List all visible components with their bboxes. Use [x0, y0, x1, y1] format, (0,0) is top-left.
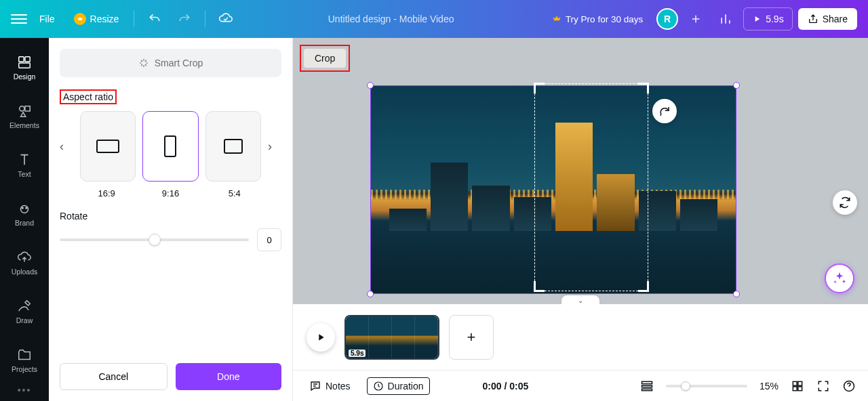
zoom-slider[interactable] — [666, 385, 747, 387]
svg-point-6 — [26, 207, 27, 209]
cancel-button[interactable]: Cancel — [60, 363, 167, 390]
rail-projects[interactable]: Projects — [0, 336, 49, 385]
timeline-play-button[interactable] — [307, 323, 335, 352]
fullscreen-icon[interactable] — [816, 379, 830, 393]
svg-rect-13 — [793, 386, 797, 390]
play-icon — [752, 14, 762, 24]
try-pro-button[interactable]: Try Pro for 30 days — [544, 9, 651, 30]
try-pro-label: Try Pro for 30 days — [566, 14, 643, 24]
resize-button[interactable]: Resize — [67, 9, 126, 29]
left-rail: Design Elements Text Brand Uploads Draw … — [0, 38, 49, 401]
ratio-16-9[interactable] — [80, 111, 136, 182]
svg-point-3 — [20, 106, 24, 111]
add-member-button[interactable] — [684, 7, 708, 31]
preview-duration: 5.9s — [766, 14, 783, 24]
rail-brand[interactable]: Brand — [0, 190, 49, 238]
aspect-ratio-options: ‹ › — [60, 111, 281, 182]
crop-context-label: Crop — [300, 45, 350, 72]
clock-icon — [373, 381, 384, 392]
sync-fab[interactable] — [833, 190, 857, 215]
uploads-icon — [17, 250, 32, 265]
draw-icon — [17, 299, 32, 314]
aspect-ratio-label: Aspect ratio — [60, 89, 117, 104]
notes-button[interactable]: Notes — [305, 377, 355, 395]
bottom-bar: Notes Duration 0:00 / 0:05 15% — [293, 370, 868, 401]
ratio-label-16-9: 16:9 — [75, 188, 138, 198]
ratio-9-16[interactable] — [142, 111, 198, 182]
sparkle-icon — [138, 58, 149, 68]
svg-rect-10 — [642, 389, 652, 391]
rail-design[interactable]: Design — [0, 43, 49, 92]
add-page-button[interactable]: + — [449, 315, 494, 360]
design-icon — [17, 55, 32, 70]
rail-more[interactable]: ••• — [18, 385, 32, 396]
timeline: 5.9s + — [293, 304, 868, 370]
text-icon — [17, 152, 32, 167]
ratio-5-4[interactable] — [205, 111, 261, 182]
magic-fab[interactable] — [825, 263, 854, 293]
notes-icon — [309, 380, 321, 392]
play-icon — [315, 332, 326, 343]
playback-time: 0:00 / 0:05 — [483, 381, 529, 392]
crown-icon — [552, 14, 561, 24]
svg-rect-14 — [798, 386, 802, 390]
sync-icon — [839, 196, 851, 209]
rail-text[interactable]: Text — [0, 141, 49, 190]
magic-sparkle-icon — [832, 271, 847, 286]
user-avatar[interactable]: R — [656, 8, 678, 30]
share-button[interactable]: Share — [798, 8, 857, 30]
smart-crop-button[interactable]: Smart Crop — [60, 49, 281, 77]
rail-draw[interactable]: Draw — [0, 287, 49, 336]
svg-rect-11 — [793, 381, 797, 385]
app-header: File Resize Untitled design - Mobile Vid… — [0, 0, 868, 38]
ratio-next[interactable]: › — [268, 140, 281, 154]
cloud-sync-icon[interactable] — [214, 7, 238, 31]
regenerate-fab[interactable] — [652, 99, 677, 123]
svg-rect-1 — [25, 57, 30, 62]
share-label: Share — [823, 14, 848, 24]
svg-rect-8 — [642, 381, 652, 383]
done-button[interactable]: Done — [176, 363, 282, 390]
clip-duration-label: 5.9s — [349, 350, 366, 357]
ratio-label-5-4: 5:4 — [203, 188, 267, 198]
svg-rect-2 — [19, 63, 31, 68]
pages-view-icon[interactable] — [640, 379, 654, 393]
resize-label: Resize — [90, 14, 119, 24]
share-icon — [808, 14, 818, 24]
elements-icon — [17, 104, 32, 119]
canvas-area[interactable]: Crop ⌄ — [293, 38, 868, 304]
rotate-value[interactable]: 0 — [257, 228, 281, 251]
timeline-clip[interactable]: 5.9s — [344, 315, 439, 360]
editor-footer: 5.9s + Notes Duration 0:00 / 0:05 15% — [293, 304, 868, 401]
projects-icon — [17, 347, 32, 362]
expand-timeline-tab[interactable]: ⌄ — [561, 295, 599, 304]
crop-frame[interactable] — [534, 83, 648, 291]
document-title[interactable]: Untitled design - Mobile Video — [243, 14, 538, 24]
ratio-label-9-16: 9:16 — [138, 188, 202, 198]
file-menu[interactable]: File — [33, 9, 62, 28]
svg-rect-0 — [19, 57, 24, 62]
rotate-slider[interactable] — [60, 233, 249, 247]
menu-icon[interactable] — [11, 14, 27, 24]
sparkle-refresh-icon — [658, 105, 671, 117]
svg-rect-4 — [25, 106, 30, 111]
zoom-value: 15% — [760, 381, 778, 392]
preview-play-button[interactable]: 5.9s — [743, 7, 792, 30]
rail-uploads[interactable]: Uploads — [0, 238, 49, 287]
rotate-label: Rotate — [60, 211, 281, 221]
rail-elements[interactable]: Elements — [0, 92, 49, 141]
analytics-button[interactable] — [713, 7, 738, 31]
ratio-prev[interactable]: ‹ — [60, 140, 73, 154]
duration-button[interactable]: Duration — [367, 377, 430, 395]
crown-icon — [74, 13, 86, 25]
smart-crop-label: Smart Crop — [155, 58, 203, 68]
grid-view-icon[interactable] — [791, 379, 804, 393]
svg-rect-9 — [642, 385, 652, 387]
redo-button[interactable] — [172, 7, 197, 31]
help-icon[interactable] — [842, 379, 856, 393]
image-on-canvas[interactable] — [370, 85, 736, 294]
crop-panel: Smart Crop Aspect ratio ‹ › 16:9 9:16 5:… — [49, 38, 293, 401]
brand-icon — [17, 201, 32, 216]
undo-button[interactable] — [142, 7, 167, 31]
svg-point-5 — [22, 207, 23, 209]
